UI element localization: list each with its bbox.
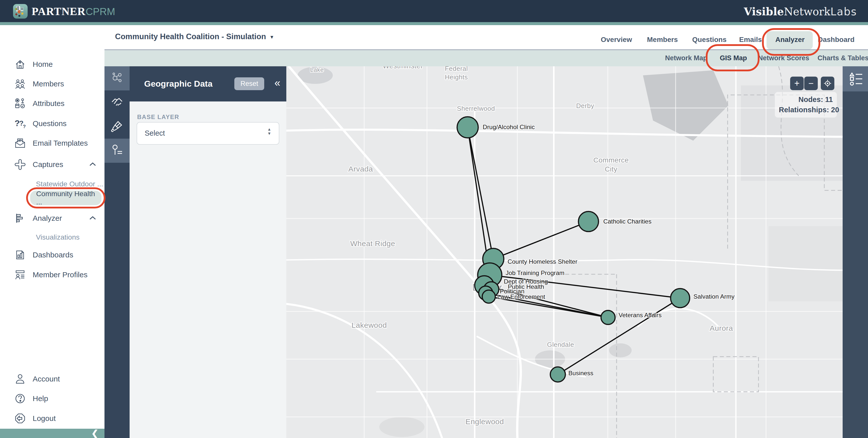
sidebar-item-label: Email Templates — [33, 136, 88, 150]
attributes-icon — [14, 97, 26, 110]
edge-catholic_charities-county_homeless — [493, 221, 588, 259]
sidebar-item-community-health[interactable]: Community Health ... — [30, 191, 101, 205]
tab-overview[interactable]: Overview — [601, 36, 632, 44]
sidebar-item-email-templates[interactable]: Email Templates — [0, 136, 104, 150]
account-icon — [14, 373, 26, 385]
map-node-business[interactable] — [550, 367, 565, 382]
legend-toggle[interactable] — [843, 66, 868, 91]
sidebar-item-label: Members — [33, 77, 64, 91]
gis-map-container[interactable]: LakeWestminsterFederalHeightsSherrelwood… — [286, 66, 843, 438]
tab-analyzer[interactable]: Analyzer — [775, 36, 805, 44]
place-label-heights: Heights — [445, 73, 468, 81]
sidebar-item-questions[interactable]: ???Questions — [0, 117, 104, 131]
sidebar-item-home[interactable]: Home — [0, 57, 104, 71]
map-tool-rail — [104, 66, 130, 438]
relationships-count: Relationships: 20 — [779, 105, 833, 115]
handshake-icon — [111, 95, 124, 110]
sidebar-item-dashboards[interactable]: Dashboards — [0, 248, 104, 262]
rail-item-paintbrush[interactable] — [104, 115, 130, 138]
node-label-law_enforcement: Law Enforcement — [497, 293, 545, 300]
node-label-veterans_affairs: Veterans Affairs — [619, 312, 661, 318]
target-icon — [823, 79, 833, 88]
sidebar-item-analyzer[interactable]: Analyzer — [0, 211, 104, 225]
place-label-westminster: Westminster — [383, 66, 423, 70]
sidebar-item-label: Logout — [33, 411, 56, 426]
logo-suffix: CPRM — [86, 6, 115, 17]
sidebar-item-label: Help — [33, 392, 48, 406]
place-label-arvada: Arvada — [348, 165, 373, 173]
map-node-salvation_army[interactable] — [671, 288, 690, 308]
place-label-derby: Derby — [576, 102, 594, 110]
chevron-down-icon: ▼ — [270, 34, 274, 40]
map-node-catholic_charities[interactable] — [579, 212, 598, 231]
place-label-wheat-ridge: Wheat Ridge — [350, 239, 395, 248]
sidebar: HomeMembersAttributes???QuestionsEmail T… — [0, 25, 104, 438]
place-label-sherrelwood: Sherrelwood — [457, 105, 495, 112]
sidebar-item-members[interactable]: Members — [0, 77, 104, 91]
base-layer-selected-value: Select — [145, 129, 165, 137]
sidebar-item-account[interactable]: Account — [0, 372, 104, 386]
partner-logo-icon — [13, 4, 28, 19]
subtab-network-scores[interactable]: Network Scores — [758, 54, 809, 62]
annotation-oval-community-health: Community Health ... — [26, 187, 105, 209]
sidebar-item-member-profiles[interactable]: Member Profiles — [0, 268, 104, 282]
sidebar-item-visualizations[interactable]: Visualizations — [36, 231, 80, 243]
sidebar-item-attributes[interactable]: Attributes — [0, 96, 104, 111]
rail-item-handshake[interactable] — [104, 90, 130, 115]
subtab-network-map[interactable]: Network Map — [665, 54, 707, 62]
logout-icon — [14, 412, 26, 425]
zoom-out-button[interactable]: − — [804, 76, 818, 90]
node-label-salvation_army: Salvation Army — [693, 293, 735, 300]
place-label-city: City — [605, 165, 617, 173]
place-label-lakewood: Lakewood — [352, 321, 387, 329]
rail-item-network[interactable] — [104, 66, 130, 90]
company-brand: VisibleNetworkLabs — [744, 5, 857, 18]
sidebar-footer-bar: ❮ — [0, 429, 104, 438]
place-label-federal-heights: Federal — [445, 66, 468, 72]
sidebar-item-label: Dashboards — [33, 248, 73, 262]
recenter-target-button[interactable] — [821, 76, 834, 90]
sidebar-item-label: Captures — [33, 157, 63, 171]
geographic-data-panel-header: Geographic Data Reset « — [130, 66, 286, 101]
help-icon — [14, 393, 26, 405]
map-node-drug_alcohol[interactable] — [457, 117, 478, 138]
panel-collapse-icon[interactable]: « — [275, 77, 280, 89]
analyzer-icon — [14, 212, 26, 224]
tab-emails[interactable]: Emails — [739, 36, 762, 44]
node-label-business: Business — [568, 370, 593, 376]
place-label-commerce-city: Commerce — [593, 156, 629, 164]
gis-map-canvas[interactable]: LakeWestminsterFederalHeightsSherrelwood… — [286, 66, 843, 438]
svg-text:?: ? — [23, 124, 26, 129]
subtab-charts-tables[interactable]: Charts & Tables — [817, 54, 868, 62]
node-label-county_homeless: County Homeless Shelter — [507, 258, 578, 265]
network-icon — [111, 71, 124, 85]
app-root: PARTNERCPRM VisibleNetworkLabs Community… — [0, 0, 868, 438]
member-profiles-icon — [14, 269, 26, 281]
coalition-selector[interactable]: Community Health Coalition - Simulation▼ — [115, 32, 274, 41]
select-arrows-icon: ▲▼ — [267, 127, 271, 136]
questions-icon: ??? — [14, 118, 26, 130]
map-node-veterans_affairs[interactable] — [601, 310, 615, 324]
map-node-law_enforcement[interactable] — [482, 290, 495, 303]
place-label-lake: Lake — [310, 66, 324, 73]
reset-button[interactable]: Reset — [234, 77, 264, 90]
tab-dashboard[interactable]: Dashboard — [818, 36, 855, 44]
tab-members[interactable]: Members — [647, 36, 678, 44]
geographic-data-panel: Geographic Data Reset « BASE LAYER Selec… — [130, 66, 286, 438]
node-label-catholic_charities: Catholic Charities — [603, 218, 651, 225]
tab-questions[interactable]: Questions — [692, 36, 726, 44]
sidebar-item-logout[interactable]: Logout — [0, 411, 104, 426]
base-layer-select[interactable]: Select ▲▼ — [136, 122, 279, 145]
subtab-gis-map[interactable]: GIS Map — [720, 54, 747, 62]
map-stats: Nodes: 11 Relationships: 20 — [775, 92, 837, 118]
zoom-in-button[interactable]: + — [790, 76, 804, 90]
sidebar-item-captures[interactable]: Captures — [0, 157, 104, 171]
edge-drug_alcohol-county_homeless — [468, 127, 493, 259]
sidebar-item-label: Account — [33, 372, 60, 386]
sidebar-item-help[interactable]: Help — [0, 392, 104, 406]
rail-item-geo-list[interactable] — [104, 138, 130, 163]
map-landuse-patches — [298, 67, 843, 437]
analyzer-subnav-strip — [104, 50, 868, 66]
sidebar-collapse-chevron[interactable]: ❮ — [91, 428, 99, 438]
partner-logo-text: PARTNERCPRM — [32, 5, 115, 18]
